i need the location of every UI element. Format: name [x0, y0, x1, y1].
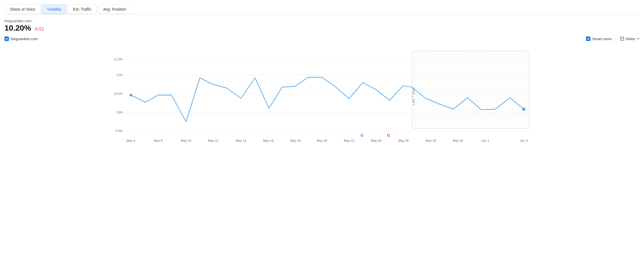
tab-avg-position[interactable]: Avg. Position	[98, 4, 131, 14]
xlabel-may20: May 20	[317, 139, 327, 142]
tab-share-of-voice[interactable]: Share of Voice	[4, 4, 41, 14]
tab-est-traffic[interactable]: Est. Traffic	[68, 4, 97, 14]
smart-zoom-control[interactable]: Smart zoom	[586, 36, 612, 41]
xlabel-may30: May 30	[453, 139, 463, 142]
xlabel-may18: May 18	[290, 139, 301, 142]
chevron-down-icon	[637, 37, 640, 40]
ylabel-11: 11%	[117, 73, 123, 77]
metric-change: -0.51	[34, 27, 44, 32]
ylabel-95: 9.5%	[116, 129, 123, 132]
xlabel-may26: May 26	[398, 139, 409, 142]
xlabel-may6: May 6	[126, 139, 135, 142]
dot-start	[129, 94, 132, 96]
chart-area: Last 7 days 11.5% 11% 10.5% 10% 9.5%	[4, 43, 640, 144]
metric-domain: theguardian.com	[4, 19, 640, 23]
xlabel-may8: May 8	[154, 139, 163, 142]
xlabel-may14: May 14	[236, 139, 246, 142]
xlabel-may22: May 22	[344, 139, 354, 142]
main-chart: Last 7 days 11.5% 11% 10.5% 10% 9.5%	[4, 43, 640, 144]
xlabel-jun1: Jun 1	[481, 139, 489, 142]
google-event-2: G	[387, 133, 390, 138]
xlabel-may12: May 12	[208, 139, 218, 142]
ylabel-105: 10.5%	[114, 92, 123, 95]
chart-controls: Smart zoom Notes	[586, 36, 640, 41]
last7-label: Last 7 days	[411, 88, 415, 105]
main-container: Share of Voice Visibility Est. Traffic A…	[0, 0, 644, 149]
legend-item: theguardian.com	[4, 36, 38, 41]
metric-value: 10.20%	[4, 24, 31, 33]
notes-button[interactable]: Notes	[616, 36, 640, 41]
tab-visibility[interactable]: Visibility	[42, 4, 66, 14]
tab-bar: Share of Voice Visibility Est. Traffic A…	[4, 4, 640, 14]
smart-zoom-checkbox[interactable]	[586, 36, 590, 41]
last7-hatch	[412, 51, 529, 128]
svg-rect-0	[620, 37, 624, 40]
smart-zoom-label: Smart zoom	[592, 37, 612, 41]
xlabel-jun3: Jun 3	[520, 139, 528, 142]
ylabel-10: 10%	[117, 111, 123, 114]
google-event-1: G	[360, 133, 363, 138]
legend-checkbox[interactable]	[4, 36, 9, 41]
xlabel-may24: May 24	[371, 139, 381, 142]
notes-label: Notes	[626, 37, 635, 41]
legend-label: theguardian.com	[11, 37, 38, 41]
xlabel-may16: May 16	[263, 139, 274, 142]
chart-header: theguardian.com Smart zoom Notes	[4, 36, 640, 41]
ylabel-115: 11.5%	[114, 58, 123, 61]
xlabel-may28: May 28	[426, 139, 436, 142]
notes-icon	[620, 36, 624, 41]
dot-end	[522, 108, 525, 111]
xlabel-may10: May 10	[181, 139, 191, 142]
